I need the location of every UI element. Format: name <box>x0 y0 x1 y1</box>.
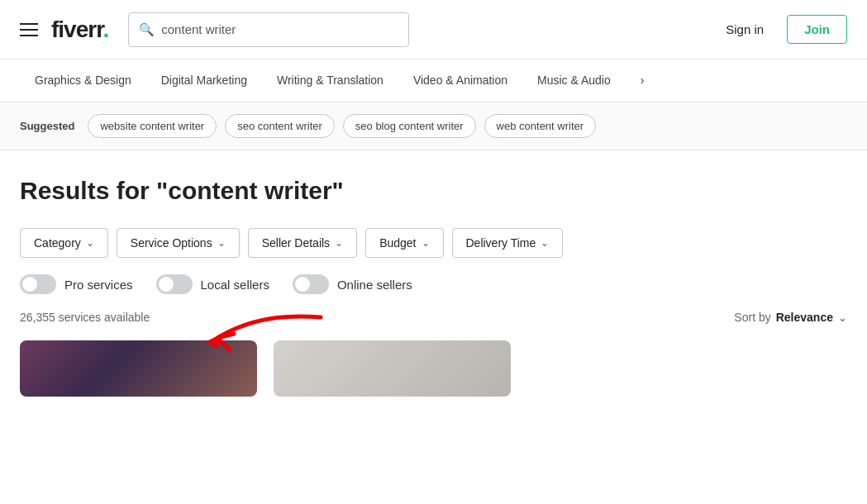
search-input[interactable] <box>161 22 398 36</box>
card-thumbnail-2 <box>274 340 511 397</box>
sort-by-label: Sort by <box>734 311 770 324</box>
logo[interactable]: fiverr. <box>51 17 108 43</box>
delivery-time-chevron-icon: ⌄ <box>541 237 549 249</box>
nav-label-graphics: Graphics & Design <box>35 74 131 87</box>
nav-label-music: Music & Audio <box>537 74 611 87</box>
filter-category[interactable]: Category ⌄ <box>20 228 108 258</box>
filter-budget[interactable]: Budget ⌄ <box>365 228 443 258</box>
seller-details-chevron-icon: ⌄ <box>335 237 343 249</box>
service-options-chevron-icon: ⌄ <box>217 237 226 249</box>
chevron-right-icon: › <box>641 74 645 87</box>
filter-delivery-time-label: Delivery Time <box>466 236 536 250</box>
online-sellers-label: Online sellers <box>337 278 412 292</box>
sort-by-value: Relevance <box>776 311 833 324</box>
services-count-wrap: 26,355 services available <box>20 311 160 324</box>
sign-in-button[interactable]: Sign in <box>716 16 774 43</box>
toggle-pro-services[interactable]: Pro services <box>20 274 133 294</box>
nav: Graphics & Design Digital Marketing Writ… <box>0 59 867 102</box>
nav-item-graphics[interactable]: Graphics & Design <box>20 59 146 102</box>
services-count: 26,355 services available <box>20 311 150 324</box>
card-thumbnail-1 <box>20 340 257 397</box>
local-sellers-label: Local sellers <box>201 278 269 292</box>
nav-label-writing: Writing & Translation <box>277 74 383 87</box>
budget-chevron-icon: ⌄ <box>422 237 430 249</box>
nav-label-digital: Digital Marketing <box>161 74 247 87</box>
filter-bar: Category ⌄ Service Options ⌄ Seller Deta… <box>20 228 847 258</box>
suggested-label: Suggested <box>20 120 74 132</box>
category-chevron-icon: ⌄ <box>86 237 94 249</box>
hamburger-icon[interactable] <box>20 23 38 36</box>
suggested-tag-web[interactable]: web content writer <box>484 114 597 138</box>
main-content: Results for "content writer" Category ⌄ … <box>0 150 867 397</box>
nav-item-digital[interactable]: Digital Marketing <box>146 59 262 102</box>
search-bar[interactable]: 🔍 <box>128 12 409 47</box>
nav-more-icon[interactable]: › <box>626 59 660 102</box>
header: fiverr. 🔍 Sign in Join <box>0 0 867 59</box>
toggle-local-sellers[interactable]: Local sellers <box>156 274 269 294</box>
filter-category-label: Category <box>34 236 81 250</box>
nav-label-video: Video & Animation <box>413 74 507 87</box>
toggles-row: Pro services Local sellers Online seller… <box>20 274 847 294</box>
online-sellers-toggle[interactable] <box>293 274 329 294</box>
filter-service-options[interactable]: Service Options ⌄ <box>117 228 240 258</box>
logo-text: fiverr <box>51 17 103 42</box>
join-button[interactable]: Join <box>787 15 847 44</box>
nav-item-video[interactable]: Video & Animation <box>398 59 522 102</box>
filter-budget-label: Budget <box>379 236 416 250</box>
filter-seller-details[interactable]: Seller Details ⌄ <box>248 228 357 258</box>
suggested-tag-seo[interactable]: seo content writer <box>225 114 335 138</box>
nav-item-writing[interactable]: Writing & Translation <box>262 59 398 102</box>
suggested-tag-seo-blog[interactable]: seo blog content writer <box>343 114 476 138</box>
filter-delivery-time[interactable]: Delivery Time ⌄ <box>452 228 564 258</box>
sort-chevron-icon: ⌄ <box>838 311 847 324</box>
results-title: Results for "content writer" <box>20 177 847 205</box>
cards-row <box>20 340 847 397</box>
card-1[interactable] <box>20 340 257 397</box>
services-row: 26,355 services available Sort by Releva… <box>20 311 847 324</box>
filter-seller-details-label: Seller Details <box>262 236 330 250</box>
local-sellers-toggle[interactable] <box>156 274 193 294</box>
suggested-tag-website[interactable]: website content writer <box>88 114 217 138</box>
toggle-online-sellers[interactable]: Online sellers <box>293 274 412 294</box>
pro-services-label: Pro services <box>64 278 133 292</box>
results-title-query: "content writer" <box>156 177 344 204</box>
pro-services-toggle[interactable] <box>20 274 56 294</box>
results-title-prefix: Results for <box>20 177 156 204</box>
search-icon: 🔍 <box>139 22 155 37</box>
card-2[interactable] <box>274 340 511 397</box>
nav-item-music[interactable]: Music & Audio <box>522 59 626 102</box>
filter-service-options-label: Service Options <box>131 236 212 250</box>
sort-by-wrap[interactable]: Sort by Relevance ⌄ <box>734 311 847 324</box>
suggested-bar: Suggested website content writer seo con… <box>0 102 867 150</box>
logo-dot: . <box>103 17 109 42</box>
